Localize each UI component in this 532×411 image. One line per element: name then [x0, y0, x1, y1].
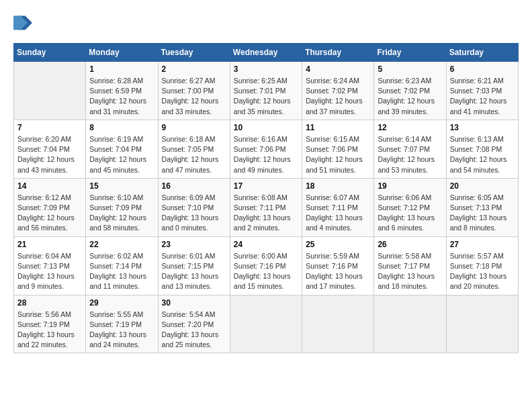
calendar-cell: 5Sunrise: 6:23 AM Sunset: 7:02 PM Daylig…: [374, 62, 446, 120]
calendar-cell: 15Sunrise: 6:10 AM Sunset: 7:09 PM Dayli…: [86, 178, 158, 236]
day-number: 22: [89, 240, 154, 249]
day-number: 3: [234, 64, 298, 74]
day-number: 1: [89, 64, 154, 74]
calendar-cell: 30Sunrise: 5:54 AM Sunset: 7:20 PM Dayli…: [158, 295, 230, 353]
column-header-thursday: Thursday: [302, 44, 374, 62]
calendar-cell: 1Sunrise: 6:28 AM Sunset: 6:59 PM Daylig…: [86, 62, 158, 120]
day-info: Sunrise: 6:12 AM Sunset: 7:09 PM Dayligh…: [17, 193, 82, 234]
day-info: Sunrise: 5:55 AM Sunset: 7:19 PM Dayligh…: [89, 310, 154, 351]
day-number: 10: [234, 123, 298, 132]
day-number: 27: [450, 240, 515, 249]
day-info: Sunrise: 6:00 AM Sunset: 7:16 PM Dayligh…: [234, 251, 298, 292]
day-info: Sunrise: 6:19 AM Sunset: 7:04 PM Dayligh…: [89, 134, 154, 175]
calendar-cell: 14Sunrise: 6:12 AM Sunset: 7:09 PM Dayli…: [14, 178, 86, 236]
calendar-cell: 8Sunrise: 6:19 AM Sunset: 7:04 PM Daylig…: [86, 120, 158, 178]
calendar-cell: 19Sunrise: 6:06 AM Sunset: 7:12 PM Dayli…: [374, 178, 446, 236]
day-info: Sunrise: 6:15 AM Sunset: 7:06 PM Dayligh…: [306, 134, 370, 175]
day-info: Sunrise: 6:13 AM Sunset: 7:08 PM Dayligh…: [450, 134, 515, 175]
day-info: Sunrise: 6:04 AM Sunset: 7:13 PM Dayligh…: [17, 251, 82, 292]
day-number: 6: [450, 64, 515, 74]
day-info: Sunrise: 6:21 AM Sunset: 7:03 PM Dayligh…: [450, 76, 515, 117]
day-info: Sunrise: 6:20 AM Sunset: 7:04 PM Dayligh…: [17, 134, 82, 175]
logo-icon: [13, 13, 32, 32]
day-info: Sunrise: 6:25 AM Sunset: 7:01 PM Dayligh…: [234, 76, 298, 117]
day-number: 15: [89, 181, 154, 191]
day-number: 2: [162, 64, 226, 74]
day-number: 29: [89, 298, 154, 308]
calendar-cell: 25Sunrise: 5:59 AM Sunset: 7:16 PM Dayli…: [302, 236, 374, 295]
calendar-cell: 27Sunrise: 5:57 AM Sunset: 7:18 PM Dayli…: [446, 236, 518, 295]
day-info: Sunrise: 6:23 AM Sunset: 7:02 PM Dayligh…: [378, 76, 442, 117]
day-info: Sunrise: 5:59 AM Sunset: 7:16 PM Dayligh…: [306, 251, 370, 292]
day-number: 23: [162, 240, 226, 249]
calendar-cell: 20Sunrise: 6:05 AM Sunset: 7:13 PM Dayli…: [446, 178, 518, 236]
calendar-cell: [446, 295, 518, 353]
logo: [13, 13, 35, 32]
day-number: 20: [450, 181, 515, 191]
calendar-cell: 26Sunrise: 5:58 AM Sunset: 7:17 PM Dayli…: [374, 236, 446, 295]
calendar-cell: 24Sunrise: 6:00 AM Sunset: 7:16 PM Dayli…: [230, 236, 302, 295]
day-number: 5: [378, 64, 442, 74]
day-info: Sunrise: 6:14 AM Sunset: 7:07 PM Dayligh…: [378, 134, 442, 175]
day-info: Sunrise: 6:27 AM Sunset: 7:00 PM Dayligh…: [162, 76, 226, 117]
calendar-cell: 13Sunrise: 6:13 AM Sunset: 7:08 PM Dayli…: [446, 120, 518, 178]
day-number: 12: [378, 123, 442, 132]
calendar-cell: 16Sunrise: 6:09 AM Sunset: 7:10 PM Dayli…: [158, 178, 230, 236]
calendar-cell: 7Sunrise: 6:20 AM Sunset: 7:04 PM Daylig…: [14, 120, 86, 178]
day-info: Sunrise: 6:16 AM Sunset: 7:06 PM Dayligh…: [234, 134, 298, 175]
calendar-cell: [374, 295, 446, 353]
day-number: 11: [306, 123, 370, 132]
day-number: 16: [162, 181, 226, 191]
calendar-cell: 3Sunrise: 6:25 AM Sunset: 7:01 PM Daylig…: [230, 62, 302, 120]
calendar-cell: 29Sunrise: 5:55 AM Sunset: 7:19 PM Dayli…: [86, 295, 158, 353]
day-info: Sunrise: 6:09 AM Sunset: 7:10 PM Dayligh…: [162, 193, 226, 234]
calendar-cell: 23Sunrise: 6:01 AM Sunset: 7:15 PM Dayli…: [158, 236, 230, 295]
day-info: Sunrise: 6:24 AM Sunset: 7:02 PM Dayligh…: [306, 76, 370, 117]
calendar-cell: [230, 295, 302, 353]
calendar-cell: 17Sunrise: 6:08 AM Sunset: 7:11 PM Dayli…: [230, 178, 302, 236]
page-header: [13, 13, 519, 32]
day-info: Sunrise: 6:08 AM Sunset: 7:11 PM Dayligh…: [234, 193, 298, 234]
day-number: 7: [17, 123, 82, 132]
calendar-cell: 18Sunrise: 6:07 AM Sunset: 7:11 PM Dayli…: [302, 178, 374, 236]
day-info: Sunrise: 6:05 AM Sunset: 7:13 PM Dayligh…: [450, 193, 515, 234]
calendar-cell: 12Sunrise: 6:14 AM Sunset: 7:07 PM Dayli…: [374, 120, 446, 178]
day-number: 4: [306, 64, 370, 74]
day-number: 26: [378, 240, 442, 249]
calendar-table: SundayMondayTuesdayWednesdayThursdayFrid…: [13, 43, 519, 353]
day-info: Sunrise: 6:28 AM Sunset: 6:59 PM Dayligh…: [89, 76, 154, 117]
day-number: 30: [162, 298, 226, 308]
calendar-cell: 4Sunrise: 6:24 AM Sunset: 7:02 PM Daylig…: [302, 62, 374, 120]
day-number: 17: [234, 181, 298, 191]
day-info: Sunrise: 6:01 AM Sunset: 7:15 PM Dayligh…: [162, 251, 226, 292]
day-info: Sunrise: 6:06 AM Sunset: 7:12 PM Dayligh…: [378, 193, 442, 234]
day-number: 21: [17, 240, 82, 249]
calendar-cell: 28Sunrise: 5:56 AM Sunset: 7:19 PM Dayli…: [14, 295, 86, 353]
calendar-cell: 21Sunrise: 6:04 AM Sunset: 7:13 PM Dayli…: [14, 236, 86, 295]
day-number: 13: [450, 123, 515, 132]
calendar-cell: 10Sunrise: 6:16 AM Sunset: 7:06 PM Dayli…: [230, 120, 302, 178]
day-info: Sunrise: 6:07 AM Sunset: 7:11 PM Dayligh…: [306, 193, 370, 234]
day-info: Sunrise: 5:58 AM Sunset: 7:17 PM Dayligh…: [378, 251, 442, 292]
calendar-cell: [302, 295, 374, 353]
calendar-cell: 2Sunrise: 6:27 AM Sunset: 7:00 PM Daylig…: [158, 62, 230, 120]
day-info: Sunrise: 6:10 AM Sunset: 7:09 PM Dayligh…: [89, 193, 154, 234]
column-header-wednesday: Wednesday: [230, 44, 302, 62]
day-info: Sunrise: 5:57 AM Sunset: 7:18 PM Dayligh…: [450, 251, 515, 292]
calendar-cell: 22Sunrise: 6:02 AM Sunset: 7:14 PM Dayli…: [86, 236, 158, 295]
day-info: Sunrise: 6:02 AM Sunset: 7:14 PM Dayligh…: [89, 251, 154, 292]
day-info: Sunrise: 6:18 AM Sunset: 7:05 PM Dayligh…: [162, 134, 226, 175]
day-info: Sunrise: 5:54 AM Sunset: 7:20 PM Dayligh…: [162, 310, 226, 351]
calendar-cell: 9Sunrise: 6:18 AM Sunset: 7:05 PM Daylig…: [158, 120, 230, 178]
column-header-monday: Monday: [86, 44, 158, 62]
day-number: 14: [17, 181, 82, 191]
calendar-cell: 6Sunrise: 6:21 AM Sunset: 7:03 PM Daylig…: [446, 62, 518, 120]
day-number: 19: [378, 181, 442, 191]
day-number: 25: [306, 240, 370, 249]
day-number: 9: [162, 123, 226, 132]
day-number: 28: [17, 298, 82, 308]
calendar-cell: [14, 62, 86, 120]
day-number: 24: [234, 240, 298, 249]
column-header-sunday: Sunday: [14, 44, 86, 62]
day-number: 18: [306, 181, 370, 191]
